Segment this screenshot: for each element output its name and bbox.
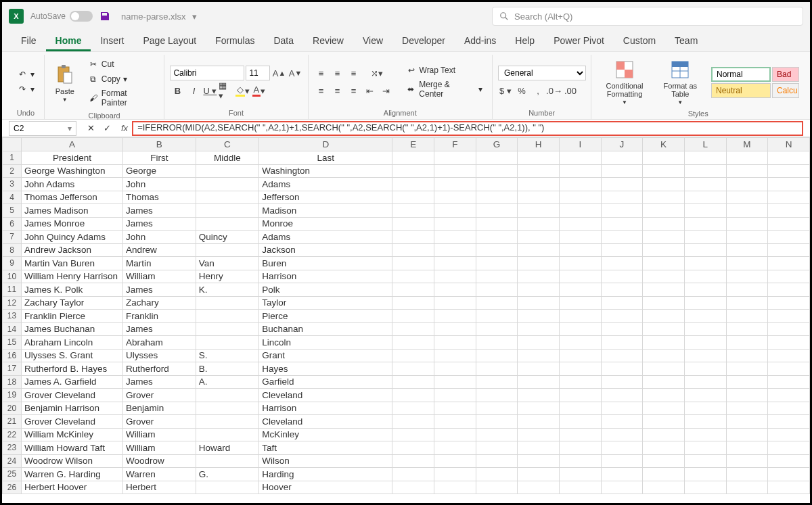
cell[interactable] — [643, 468, 685, 481]
cell[interactable] — [518, 283, 560, 297]
cell[interactable] — [684, 243, 726, 257]
cell[interactable]: Adams — [259, 231, 392, 244]
cell[interactable] — [560, 322, 602, 336]
orientation-icon[interactable]: ⤭▾ — [369, 66, 384, 80]
cell[interactable] — [392, 151, 434, 165]
copy-button[interactable]: ⧉Copy ▾ — [84, 72, 159, 86]
cell[interactable] — [643, 151, 685, 165]
cell[interactable]: Woodrow — [122, 454, 196, 468]
row-header[interactable]: 7 — [3, 231, 22, 244]
cell[interactable] — [726, 349, 768, 362]
cell[interactable] — [196, 204, 259, 218]
increase-decimal-icon[interactable]: .0→ — [547, 83, 562, 98]
cell[interactable] — [601, 178, 643, 191]
col-header-K[interactable]: K — [643, 138, 685, 151]
cell[interactable]: S. — [196, 349, 259, 362]
col-header-N[interactable]: N — [768, 138, 810, 151]
cell[interactable]: Wilson — [259, 454, 392, 468]
cut-button[interactable]: ✂Cut — [84, 57, 159, 71]
cell[interactable] — [434, 257, 476, 270]
cell[interactable] — [518, 362, 560, 376]
paste-button[interactable]: Paste▼ — [50, 63, 80, 104]
cell[interactable] — [196, 243, 259, 257]
cell[interactable] — [768, 375, 810, 389]
cell[interactable] — [196, 296, 259, 310]
cell[interactable] — [560, 389, 602, 402]
cell[interactable] — [726, 481, 768, 494]
cell[interactable] — [684, 336, 726, 350]
cell[interactable] — [392, 441, 434, 455]
row-header[interactable]: 9 — [3, 257, 22, 270]
cell[interactable] — [196, 217, 259, 231]
row-header[interactable]: 21 — [3, 415, 22, 429]
cell[interactable] — [643, 164, 685, 178]
cell[interactable] — [601, 283, 643, 297]
cell[interactable]: William McKinley — [21, 428, 122, 441]
style-neutral[interactable]: Neutral — [711, 83, 771, 98]
cell[interactable] — [560, 296, 602, 310]
cell[interactable] — [392, 336, 434, 350]
cell[interactable] — [518, 336, 560, 350]
cell[interactable] — [768, 204, 810, 218]
spreadsheet-grid[interactable]: ABCDEFGHIJKLMN 1PresidentFirstMiddleLast… — [2, 137, 810, 494]
cell[interactable] — [518, 428, 560, 441]
cell[interactable] — [560, 217, 602, 231]
cell[interactable] — [392, 191, 434, 204]
cell[interactable] — [726, 310, 768, 323]
cell[interactable] — [684, 191, 726, 204]
cell[interactable]: James Buchanan — [21, 322, 122, 336]
cell[interactable] — [560, 231, 602, 244]
cell[interactable] — [392, 415, 434, 429]
cell[interactable] — [392, 164, 434, 178]
cell[interactable]: Harding — [259, 468, 392, 481]
cell[interactable] — [560, 481, 602, 494]
cell[interactable]: Washington — [259, 164, 392, 178]
row-header[interactable]: 10 — [3, 270, 22, 283]
cell[interactable] — [196, 336, 259, 350]
cell[interactable] — [684, 178, 726, 191]
cell[interactable] — [726, 468, 768, 481]
cell[interactable] — [560, 243, 602, 257]
cell[interactable] — [518, 481, 560, 494]
cell[interactable]: Woodrow Wilson — [21, 454, 122, 468]
cell[interactable] — [768, 191, 810, 204]
cell[interactable] — [476, 283, 518, 297]
file-name[interactable]: name-parse.xlsx — [121, 11, 185, 22]
cell[interactable] — [476, 454, 518, 468]
col-header-G[interactable]: G — [476, 138, 518, 151]
row-header[interactable]: 17 — [3, 362, 22, 376]
cell[interactable] — [726, 322, 768, 336]
redo-button[interactable]: ↷▾ — [13, 82, 39, 96]
cell[interactable] — [560, 336, 602, 350]
cell[interactable]: Herbert — [122, 481, 196, 494]
cell[interactable] — [601, 204, 643, 218]
increase-indent-icon[interactable]: ⇥ — [379, 83, 394, 98]
cell[interactable] — [476, 151, 518, 165]
row-header[interactable]: 8 — [3, 243, 22, 257]
cell[interactable] — [643, 454, 685, 468]
row-header[interactable]: 1 — [3, 151, 22, 165]
cell[interactable] — [601, 257, 643, 270]
cell[interactable] — [476, 243, 518, 257]
chevron-down-icon[interactable]: ▾ — [192, 11, 197, 22]
cell[interactable] — [434, 468, 476, 481]
cell[interactable] — [476, 375, 518, 389]
cell[interactable]: William Howard Taft — [21, 441, 122, 455]
cell[interactable]: James Monroe — [21, 217, 122, 231]
cell[interactable] — [518, 270, 560, 283]
cell[interactable]: Buchanan — [259, 322, 392, 336]
cell[interactable] — [434, 151, 476, 165]
font-size-combo[interactable] — [246, 66, 270, 80]
cell[interactable] — [560, 402, 602, 415]
cell[interactable]: K. — [196, 283, 259, 297]
cell[interactable] — [560, 178, 602, 191]
cell[interactable] — [392, 257, 434, 270]
cell[interactable] — [768, 468, 810, 481]
cell[interactable] — [643, 389, 685, 402]
currency-icon[interactable]: $ ▾ — [498, 83, 513, 98]
cell[interactable] — [768, 217, 810, 231]
col-header-C[interactable]: C — [196, 138, 259, 151]
cell[interactable] — [601, 191, 643, 204]
cell[interactable] — [434, 402, 476, 415]
cell[interactable] — [434, 389, 476, 402]
